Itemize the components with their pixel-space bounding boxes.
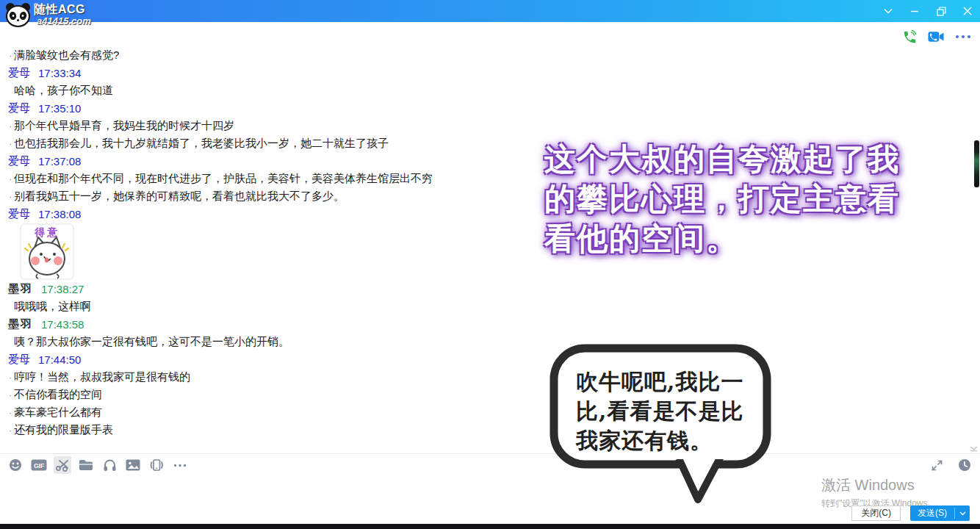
message-text: 不信你看我的空间 <box>14 388 102 402</box>
message-bullet: · <box>9 372 14 383</box>
speech-bubble: 吹牛呢吧,我比一 比,看看是不是比 我家还有钱。 <box>547 341 776 517</box>
message-timestamp: 17:44:50 <box>38 353 81 366</box>
chat-message: 哈哈，孩子你不知道 <box>6 82 520 99</box>
sender-name: 爱母 <box>8 66 30 80</box>
minimize-icon[interactable] <box>907 3 923 19</box>
chat-toolbar: GIF <box>0 453 980 476</box>
message-timestamp: 17:35:10 <box>38 102 81 115</box>
more-options-icon[interactable] <box>955 29 971 44</box>
chat-message: ·那个年代早婚早育，我妈生我的时候才十四岁 <box>6 117 520 134</box>
message-bullet: · <box>9 120 14 132</box>
logo-subtitle: a41415.com <box>37 16 91 26</box>
collapse-chevron-icon[interactable] <box>880 3 896 19</box>
voice-call-icon[interactable] <box>901 29 917 44</box>
message-timestamp: 17:33:34 <box>38 67 81 79</box>
message-timestamp: 17:38:08 <box>38 208 81 220</box>
file-folder-icon[interactable] <box>77 456 95 474</box>
windows-activation-watermark: 激活 Windows 转到"设置"以激活 Windows。 <box>821 475 937 510</box>
sender-name: 爱母 <box>8 101 30 115</box>
sender-header: 墨羽17:38:27 <box>6 280 520 298</box>
message-text: 别看我妈五十一岁，她保养的可精致呢，看着也就比我大不了多少。 <box>14 190 345 204</box>
chat-message: 哦哦哦，这样啊 <box>6 298 520 315</box>
message-timestamp: 17:43:58 <box>41 318 84 331</box>
sender-name: 墨羽 <box>8 282 33 296</box>
message-text: 还有我的限量版手表 <box>14 423 113 437</box>
bottom-edge-strip <box>0 524 980 529</box>
panda-logo-icon <box>4 1 32 32</box>
message-bullet: · <box>9 191 14 202</box>
message-text: 满脸皱纹也会有感觉? <box>14 48 119 62</box>
sender-header: 爱母17:38:08 <box>6 205 520 223</box>
narration-overlay: 这个大叔的自夸激起了我 的攀比心理，打定主意看 看他的空间。 <box>544 140 919 259</box>
sticker-proud-cat: 得意 <box>6 223 520 280</box>
chat-message: ·但现在和那个年代不同，现在时代进步了，护肤品，美容针，美容美体养生馆层出不穷 <box>6 170 520 187</box>
site-logo: 随性ACG a41415.com <box>4 1 91 32</box>
narration-line: 的攀比心理，打定主意看 <box>544 179 919 219</box>
sender-header: 爱母17:33:34 <box>6 64 520 82</box>
restore-icon[interactable] <box>933 3 949 19</box>
sender-name: 爱母 <box>8 154 30 168</box>
message-text: 豪车豪宅什么都有 <box>14 406 102 420</box>
chat-message: ·也包括我那会儿，我十九岁就结婚了，我老婆比我小一岁，她二十就生了孩子 <box>6 134 520 152</box>
chat-message: ·满脸皱纹也会有感觉? <box>6 46 520 64</box>
message-text: 那个年代早婚早育，我妈生我的时候才十四岁 <box>14 119 234 133</box>
speech-bubble-text: 吹牛呢吧,我比一 比,看看是不是比 我家还有钱。 <box>576 367 749 456</box>
svg-text:GIF: GIF <box>34 462 44 469</box>
message-text: 也包括我那会儿，我十九岁就结婚了，我老婆比我小一岁，她二十就生了孩子 <box>14 137 389 151</box>
message-bullet: · <box>9 173 14 184</box>
message-text: 哼哼！当然，叔叔我家可是很有钱的 <box>14 370 190 384</box>
sender-header: 爱母17:35:10 <box>6 99 520 117</box>
sender-name: 爱母 <box>8 207 30 221</box>
music-headphones-icon[interactable] <box>101 456 118 474</box>
svg-text:得意: 得意 <box>34 226 60 238</box>
chat-message: 咦？那大叔你家一定很有钱吧，这可不是一笔小的开销。 <box>6 333 520 350</box>
message-list: ·满脸皱纹也会有感觉?爱母17:33:34哈哈，孩子你不知道爱母17:35:10… <box>6 46 520 439</box>
message-bullet: · <box>9 389 14 400</box>
toolbar-more-icon[interactable] <box>171 456 189 474</box>
close-icon[interactable] <box>959 3 976 19</box>
send-options-chevron-icon[interactable] <box>955 505 970 521</box>
chat-message: ·不信你看我的空间 <box>6 386 520 403</box>
narration-line: 这个大叔的自夸激起了我 <box>544 140 919 179</box>
window-shake-icon[interactable] <box>148 456 165 474</box>
narration-line: 看他的空间。 <box>544 219 919 259</box>
message-timestamp: 17:37:08 <box>38 155 81 168</box>
message-bullet: · <box>9 50 14 61</box>
screenshot-scissors-icon[interactable] <box>54 456 71 474</box>
sender-header: 墨羽17:43:58 <box>6 315 520 333</box>
chat-message: ·别看我妈五十一岁，她保养的可精致呢，看着也就比我大不了多少。 <box>6 187 520 205</box>
expand-window-icon[interactable] <box>928 456 945 474</box>
message-bullet: · <box>9 138 14 149</box>
logo-title: 随性ACG <box>34 4 91 15</box>
message-text: 哈哈，孩子你不知道 <box>14 84 113 98</box>
message-text: 咦？那大叔你家一定很有钱吧，这可不是一笔小的开销。 <box>14 335 289 349</box>
message-bullet: · <box>9 407 14 418</box>
chat-message: ·还有我的限量版手表 <box>6 421 520 439</box>
sender-header: 爱母17:37:08 <box>6 152 520 170</box>
sender-header: 爱母17:44:50 <box>6 350 520 368</box>
message-bullet: · <box>9 425 14 436</box>
send-button[interactable]: 发送(S) <box>910 505 970 521</box>
image-icon[interactable] <box>124 456 142 474</box>
emoji-icon[interactable] <box>7 456 24 474</box>
send-button-label[interactable]: 发送(S) <box>910 505 954 521</box>
panel-collapse-icon[interactable] <box>970 442 978 455</box>
message-history-clock-icon[interactable] <box>956 456 973 474</box>
scrollbar-thumb[interactable] <box>974 140 979 187</box>
video-call-icon[interactable] <box>928 29 944 44</box>
close-button[interactable]: 关闭(C) <box>851 505 901 521</box>
title-bar <box>0 0 980 22</box>
sender-name: 爱母 <box>8 353 30 367</box>
message-timestamp: 17:38:27 <box>41 283 84 295</box>
message-text: 但现在和那个年代不同，现在时代进步了，护肤品，美容针，美容美体养生馆层出不穷 <box>14 172 433 186</box>
message-text: 哦哦哦，这样啊 <box>14 300 91 314</box>
chat-message: ·哼哼！当然，叔叔我家可是很有钱的 <box>6 368 520 386</box>
sender-name: 墨羽 <box>8 317 33 331</box>
gif-icon[interactable]: GIF <box>30 456 48 474</box>
chat-message: ·豪车豪宅什么都有 <box>6 403 520 421</box>
watermark-line1: 激活 Windows <box>821 475 937 495</box>
